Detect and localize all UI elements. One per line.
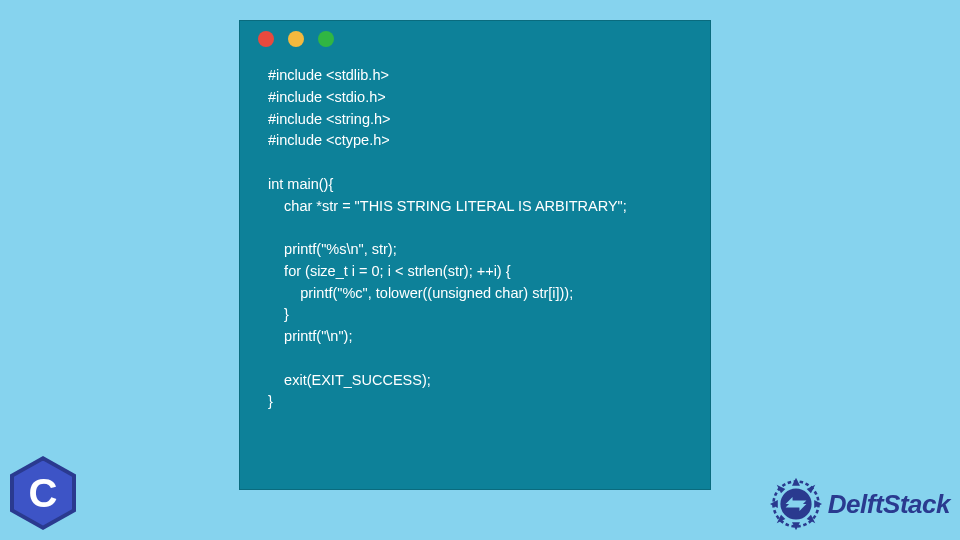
svg-marker-7 bbox=[808, 487, 813, 492]
svg-marker-8 bbox=[779, 516, 784, 521]
minimize-icon[interactable] bbox=[288, 31, 304, 47]
code-content: #include <stdlib.h> #include <stdio.h> #… bbox=[240, 57, 710, 433]
close-icon[interactable] bbox=[258, 31, 274, 47]
window-titlebar bbox=[240, 21, 710, 57]
svg-marker-9 bbox=[808, 516, 813, 521]
hexagon-icon: C bbox=[10, 456, 76, 530]
code-window: #include <stdlib.h> #include <stdio.h> #… bbox=[239, 20, 711, 490]
maximize-icon[interactable] bbox=[318, 31, 334, 47]
delftstack-label: DelftStack bbox=[828, 489, 950, 520]
delftstack-gear-icon bbox=[768, 476, 824, 532]
c-letter-label: C bbox=[29, 471, 58, 516]
svg-marker-6 bbox=[779, 487, 784, 492]
c-language-badge: C bbox=[6, 452, 80, 534]
delftstack-logo: DelftStack bbox=[768, 476, 950, 532]
